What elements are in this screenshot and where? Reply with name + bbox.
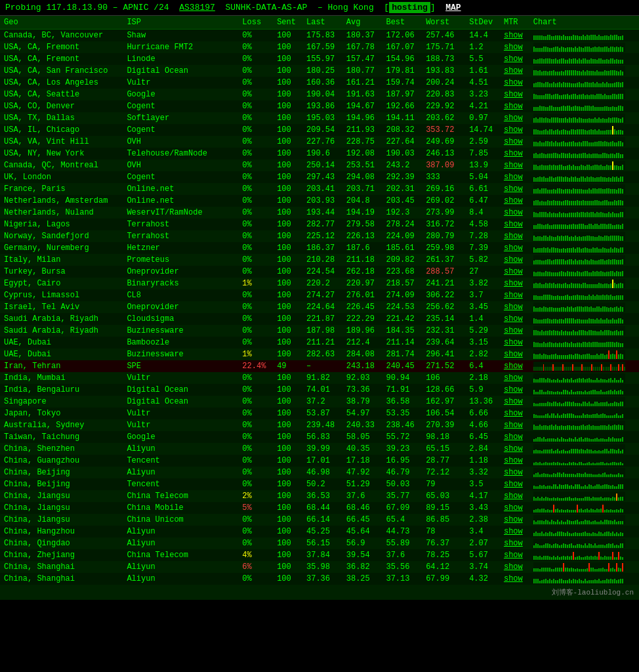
cell-mtr[interactable]: show xyxy=(500,549,529,561)
cell-worst: 239.64 xyxy=(422,337,465,348)
cell-isp: Online.net xyxy=(123,183,238,195)
cell-mtr[interactable]: show xyxy=(500,443,529,455)
cell-sent: 100 xyxy=(273,514,302,526)
cell-sent: 100 xyxy=(273,41,302,53)
cell-mtr[interactable]: show xyxy=(500,561,529,573)
cell-last: 190.04 xyxy=(302,89,342,100)
cell-mtr[interactable]: show xyxy=(500,53,529,65)
watermark: 刘博客-laoliublog.cn xyxy=(0,585,639,600)
cell-mtr[interactable]: show xyxy=(500,490,529,502)
cell-mtr[interactable]: show xyxy=(500,112,529,124)
cell-chart xyxy=(529,573,639,585)
cell-avg: 194.19 xyxy=(342,207,382,219)
cell-loss: 0% xyxy=(238,478,273,490)
cell-mtr[interactable]: show xyxy=(500,396,529,408)
table-row: China, Jiangsu China Telecom 2% 100 36.5… xyxy=(0,490,639,502)
cell-mtr[interactable]: show xyxy=(500,301,529,313)
cell-mtr[interactable]: show xyxy=(500,148,529,159)
map-link[interactable]: MAP xyxy=(445,3,461,12)
cell-last: – xyxy=(302,360,342,372)
cell-mtr[interactable]: show xyxy=(500,514,529,526)
cell-stdev: 2.84 xyxy=(465,443,500,455)
cell-mtr[interactable]: show xyxy=(500,467,529,478)
cell-best: 238.46 xyxy=(382,419,422,431)
cell-stdev: 1.61 xyxy=(465,65,500,77)
cell-loss: 0% xyxy=(238,573,273,585)
cell-last: 220.2 xyxy=(302,278,342,289)
cell-geo: USA, CA, Los Angeles xyxy=(0,77,123,89)
cell-isp: Cogent xyxy=(123,100,238,112)
cell-mtr[interactable]: show xyxy=(500,337,529,348)
cell-isp: Digital Ocean xyxy=(123,396,238,408)
table-row: China, Qingdao Aliyun 0% 100 56.15 56.9 … xyxy=(0,537,639,549)
cell-mtr[interactable]: show xyxy=(500,526,529,537)
cell-mtr[interactable]: show xyxy=(500,136,529,148)
cell-mtr[interactable]: show xyxy=(500,207,529,219)
cell-mtr[interactable]: show xyxy=(500,313,529,325)
cell-mtr[interactable]: show xyxy=(500,289,529,301)
cell-geo: China, Jiangsu xyxy=(0,490,123,502)
cell-last: 193.86 xyxy=(302,100,342,112)
cell-worst: 220.83 xyxy=(422,89,465,100)
table-row: USA, CA, Seattle Google 0% 100 190.04 19… xyxy=(0,89,639,100)
cell-geo: Singapore xyxy=(0,396,123,408)
cell-mtr[interactable]: show xyxy=(500,348,529,360)
cell-sent: 100 xyxy=(273,65,302,77)
cell-mtr[interactable]: show xyxy=(500,419,529,431)
cell-avg: 187.6 xyxy=(342,242,382,254)
table-row: Cyprus, Limassol CL8 0% 100 274.27 276.0… xyxy=(0,289,639,301)
cell-avg: 38.25 xyxy=(342,573,382,585)
cell-mtr[interactable]: show xyxy=(500,478,529,490)
header-probing: Probing 117.18.13.90 – APNIC /24 xyxy=(5,3,169,12)
cell-mtr[interactable]: show xyxy=(500,219,529,230)
cell-worst: 271.52 xyxy=(422,360,465,372)
cell-isp: Telehouse/RamNode xyxy=(123,148,238,159)
cell-stdev: 2.18 xyxy=(465,372,500,384)
cell-worst: 65.15 xyxy=(422,443,465,455)
cell-isp: China Telecom xyxy=(123,549,238,561)
cell-stdev: 7.39 xyxy=(465,242,500,254)
cell-mtr[interactable]: show xyxy=(500,230,529,242)
cell-avg: 180.77 xyxy=(342,65,382,77)
cell-avg: 66.45 xyxy=(342,514,382,526)
cell-mtr[interactable]: show xyxy=(500,537,529,549)
cell-last: 210.28 xyxy=(302,254,342,266)
cell-mtr[interactable]: show xyxy=(500,183,529,195)
cell-geo: Turkey, Bursa xyxy=(0,266,123,278)
cell-worst: 106 xyxy=(422,372,465,384)
cell-chart xyxy=(529,325,639,337)
cell-avg: 262.18 xyxy=(342,266,382,278)
cell-sent: 100 xyxy=(273,561,302,573)
cell-mtr[interactable]: show xyxy=(500,41,529,53)
cell-mtr[interactable]: show xyxy=(500,325,529,337)
cell-mtr[interactable]: show xyxy=(500,384,529,396)
cell-loss: 0% xyxy=(238,171,273,183)
cell-mtr[interactable]: show xyxy=(500,171,529,183)
cell-mtr[interactable]: show xyxy=(500,254,529,266)
cell-mtr[interactable]: show xyxy=(500,77,529,89)
cell-mtr[interactable]: show xyxy=(500,408,529,419)
cell-best: 159.74 xyxy=(382,77,422,89)
cell-mtr[interactable]: show xyxy=(500,124,529,136)
asn-link[interactable]: AS38197 xyxy=(179,3,215,12)
cell-stdev: 14.74 xyxy=(465,124,500,136)
cell-mtr[interactable]: show xyxy=(500,100,529,112)
cell-mtr[interactable]: show xyxy=(500,65,529,77)
table-row: USA, CA, Los Angeles Vultr 0% 100 160.36… xyxy=(0,77,639,89)
cell-mtr[interactable]: show xyxy=(500,30,529,42)
cell-mtr[interactable]: show xyxy=(500,266,529,278)
cell-mtr[interactable]: show xyxy=(500,573,529,585)
cell-mtr[interactable]: show xyxy=(500,278,529,289)
cell-mtr[interactable]: show xyxy=(500,195,529,207)
cell-mtr[interactable]: show xyxy=(500,159,529,171)
cell-worst: 78 xyxy=(422,526,465,537)
cell-mtr[interactable]: show xyxy=(500,89,529,100)
cell-mtr[interactable]: show xyxy=(500,502,529,514)
cell-avg: 211.93 xyxy=(342,124,382,136)
cell-mtr[interactable]: show xyxy=(500,372,529,384)
cell-mtr[interactable]: show xyxy=(500,360,529,372)
cell-mtr[interactable]: show xyxy=(500,431,529,443)
cell-mtr[interactable]: show xyxy=(500,455,529,467)
cell-mtr[interactable]: show xyxy=(500,242,529,254)
cell-chart xyxy=(529,278,639,289)
